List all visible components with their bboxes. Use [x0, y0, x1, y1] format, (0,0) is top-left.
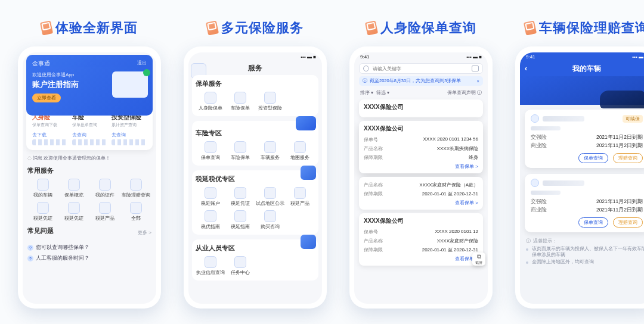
service-item[interactable]: 全部	[120, 202, 151, 222]
info-close[interactable]: ×	[477, 79, 479, 84]
tab-life[interactable]: 人身险 保单查询下载 去下载	[30, 112, 70, 147]
grid-icon	[234, 256, 246, 268]
tab-auto-link[interactable]: 去查询	[72, 132, 107, 138]
policy-card-expanded[interactable]: XXXX保险公司 保单号XXXX 2020 0101 1234 56 产品名称X…	[359, 121, 483, 173]
policy-card[interactable]: XXXX保险公司 保单号XXXX 2020 0101 12 产品名称XXXX家庭…	[359, 213, 483, 266]
grid-label: 购买咨询	[261, 224, 280, 230]
service-item[interactable]: 我的车辆	[27, 179, 58, 198]
notice-label: 消息	[33, 155, 42, 161]
policy-query-button[interactable]: 保单查询	[578, 217, 608, 228]
phone-1: 金事通 退出 欢迎使用金事通App 账户注册指南 立即查看 人身险 保单查询下载…	[18, 46, 161, 309]
service-label: 税延凭证	[64, 216, 83, 222]
service-item[interactable]: 我的证件	[89, 179, 120, 198]
service-icon	[68, 179, 80, 191]
search-bar[interactable]	[359, 63, 483, 74]
vehicle-card[interactable]: 交强险2021年11月2日到期 商业险2021年11月2日到期 保单查询 理赔查…	[525, 174, 644, 232]
grid-icon	[234, 92, 246, 104]
services-title: 常用服务	[27, 166, 151, 175]
tab-invest[interactable]: 投资型保险 累计资产查询 去查询	[109, 112, 149, 147]
policy-query-button[interactable]: 保单查询	[578, 153, 608, 163]
claim-query-button[interactable]: 理赔查询	[613, 153, 643, 163]
declaration-link[interactable]: 保单查询声明 ⓘ	[447, 89, 482, 96]
service-item[interactable]: 车险理赔查询	[120, 179, 151, 198]
grid-label: 投资型保险	[258, 105, 282, 111]
row-value: 2021年11月2日到期	[596, 198, 643, 205]
grid-icon	[234, 141, 246, 153]
claim-query-button[interactable]: 理赔查询	[613, 217, 643, 228]
grid-label: 税延产品	[290, 201, 309, 207]
faq-title: 常见问题	[27, 226, 54, 235]
tab-auto-desc: 保单批单查询	[72, 122, 107, 128]
val-product: XXXX家庭财产保险	[437, 238, 478, 244]
grid-item[interactable]: 投资型保险	[255, 92, 285, 111]
label-period: 保障期限	[364, 191, 383, 197]
scan-icon[interactable]	[472, 66, 479, 71]
service-item[interactable]: 税延凭证	[58, 202, 89, 222]
notice-bar: ◌ 消息 欢迎使用金事通管理您的保单！	[27, 155, 151, 161]
row-value: 2021年11月2日到期	[596, 134, 643, 141]
grid-item[interactable]: 试点地区公示	[255, 187, 285, 207]
tab-invest-link[interactable]: 去查询	[112, 132, 147, 138]
caption-2-text: 多元保险服务	[221, 19, 304, 37]
grid-item[interactable]: 执业信息查询	[196, 256, 225, 276]
policy-card[interactable]: 产品名称XXXX家庭财产保险（A款） 保障期限2020-01-01 至 2020…	[359, 177, 483, 210]
caption-4-text: 车辆保险理赔查询	[539, 19, 644, 37]
faq-item[interactable]: ?人工客服的服务时间？	[27, 253, 151, 264]
val-policy: XXXX 2020 0101 12	[435, 229, 478, 235]
tab-life-link[interactable]: 去下载	[32, 132, 67, 138]
question-icon: ?	[27, 256, 33, 261]
grid-item[interactable]: 人身险保单	[196, 92, 225, 111]
tab-auto[interactable]: 车险 保单批单查询 去查询	[70, 112, 110, 147]
grid-icon	[205, 210, 216, 222]
caption-3: 人身险保单查询	[349, 19, 493, 37]
logout-link[interactable]: 退出	[137, 60, 147, 68]
service-item[interactable]: 税延凭证	[27, 202, 58, 222]
grid-icon	[205, 141, 216, 153]
tab-invest-desc: 累计资产查询	[112, 122, 147, 128]
panel-auto-title: 车险专区	[196, 129, 315, 138]
hero-cta-button[interactable]: 立即查看	[32, 94, 61, 102]
filter-btn[interactable]: 筛选 ▾	[376, 90, 389, 95]
grid-item[interactable]: 车辆服务	[255, 141, 285, 161]
vehicle-card[interactable]: 可续保 交强险2021年11月2日到期 商业险2021年11月2日到期 保单查询…	[525, 110, 644, 168]
grid-label: 地图服务	[290, 155, 309, 161]
service-icon	[130, 179, 142, 191]
back-button[interactable]: ‹	[525, 64, 527, 73]
faq-more-link[interactable]: 更多 >	[138, 229, 151, 236]
grid-item[interactable]: 车险保单	[225, 141, 255, 161]
policy-card[interactable]: XXXX保险公司	[359, 99, 483, 117]
grid-item[interactable]: 任务中心	[225, 256, 255, 276]
row-label: 商业险	[531, 142, 547, 149]
faq-item[interactable]: ?您可以查询哪些保单？	[27, 242, 151, 253]
service-icon	[99, 179, 111, 191]
search-input[interactable]	[373, 66, 468, 71]
grid-item[interactable]: 税延产品	[285, 187, 315, 207]
grid-label: 任务中心	[231, 270, 250, 276]
view-policy-link[interactable]: 查看保单 >	[364, 200, 478, 206]
grid-item[interactable]: 税延指南	[225, 210, 255, 230]
view-policy-link[interactable]: 查看保单 >	[364, 163, 478, 170]
grid-item[interactable]: 税优指南	[196, 210, 225, 230]
grid-item[interactable]: 税延凭证	[225, 187, 255, 207]
grid-item[interactable]: 购买咨询	[255, 210, 285, 230]
hero-banner: 金事通 退出 欢迎使用金事通App 账户注册指南 立即查看	[26, 55, 153, 116]
grid-item[interactable]: 车险保单	[225, 92, 255, 111]
service-icon	[37, 202, 49, 214]
service-item[interactable]: 保单概览	[58, 179, 89, 198]
sort-btn[interactable]: 排序 ▾	[360, 90, 373, 95]
grid-item[interactable]: 税延账户	[196, 187, 225, 207]
tips-title: 温馨提示：	[533, 238, 557, 244]
tab-illus	[32, 139, 67, 145]
grid-item[interactable]: 保单查询	[196, 141, 225, 161]
screenshot-toast[interactable]: ⧉ 截屏	[472, 253, 485, 266]
grid-icon	[205, 92, 216, 104]
service-label: 保单概览	[64, 192, 83, 198]
grid-item[interactable]: 地图服务	[285, 141, 315, 161]
view-policy-link[interactable]: 查看保单 >	[364, 256, 478, 262]
service-item[interactable]: 税延产品	[89, 202, 120, 222]
clock: 9:41	[526, 54, 535, 60]
question-icon: ?	[27, 245, 33, 251]
status-bar: ••• ▬ ■	[188, 52, 322, 61]
caption-1: 体验全新界面	[18, 19, 161, 37]
screenshot-label: 截屏	[475, 260, 482, 266]
